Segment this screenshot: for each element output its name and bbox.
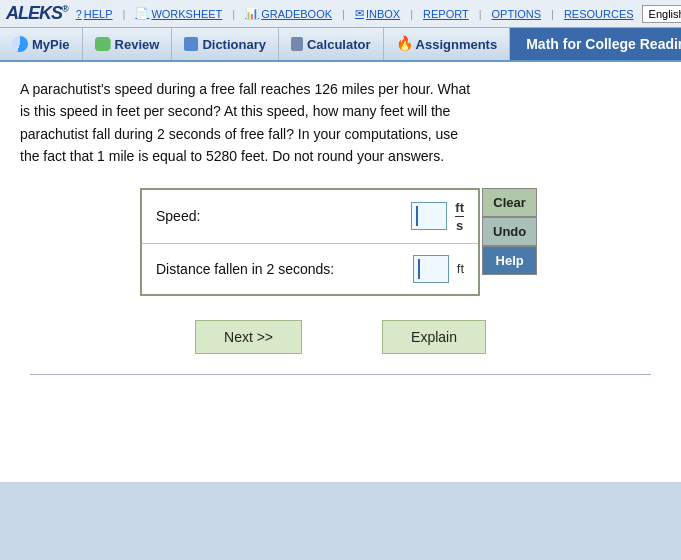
- cursor2: [418, 259, 420, 279]
- inbox-link[interactable]: ✉ INBOX: [355, 7, 400, 20]
- next-button[interactable]: Next >>: [195, 320, 302, 354]
- answer-table: Speed: ft s Distance fallen in 2 seconds…: [140, 188, 480, 296]
- resources-link[interactable]: RESOURCES: [564, 8, 634, 20]
- top-bar: ALEKS® ? HELP | 📄 WORKSHEET | 📊 GRADEBOO…: [0, 0, 681, 28]
- tab-calculator[interactable]: Calculator: [279, 28, 384, 60]
- divider: [30, 374, 651, 375]
- gradebook-link[interactable]: 📊 GRADEBOOK: [245, 7, 332, 20]
- aleks-logo: ALEKS®: [6, 3, 68, 24]
- distance-label: Distance fallen in 2 seconds:: [156, 261, 413, 277]
- course-title: Math for College Readiness: [510, 28, 681, 60]
- distance-input-area: ft: [413, 255, 464, 283]
- cursor: [416, 206, 418, 226]
- language-select[interactable]: English ▼: [642, 5, 681, 23]
- speed-input[interactable]: [411, 202, 447, 230]
- calc-icon: [291, 37, 303, 51]
- speed-input-area: ft s: [411, 200, 464, 233]
- dict-icon: [184, 37, 198, 51]
- doc-icon: 📄: [135, 7, 149, 20]
- inbox-icon: ✉: [355, 7, 364, 20]
- tab-assignments[interactable]: Assignments: [384, 28, 511, 60]
- tab-mypie[interactable]: MyPie: [0, 28, 83, 60]
- pie-icon: [12, 36, 28, 52]
- review-icon: [95, 37, 111, 51]
- speed-row: Speed: ft s: [142, 190, 478, 244]
- nav-tabs: MyPie Review Dictionary Calculator Assig…: [0, 28, 681, 62]
- clear-button[interactable]: Clear: [482, 188, 537, 217]
- bottom-buttons: Next >> Explain: [20, 320, 661, 354]
- worksheet-link[interactable]: 📄 WORKSHEET: [135, 7, 222, 20]
- top-links: ? HELP | 📄 WORKSHEET | 📊 GRADEBOOK | ✉ I…: [76, 7, 634, 20]
- options-link[interactable]: OPTIONS: [492, 8, 542, 20]
- main-content: A parachutist's speed during a free fall…: [0, 62, 681, 482]
- answer-section: Speed: ft s Distance fallen in 2 seconds…: [20, 188, 661, 296]
- help-link[interactable]: ? HELP: [76, 8, 113, 20]
- assign-icon: [396, 37, 412, 51]
- undo-button[interactable]: Undo: [482, 217, 537, 246]
- speed-unit: ft s: [455, 200, 464, 233]
- tab-dictionary[interactable]: Dictionary: [172, 28, 279, 60]
- help-button[interactable]: Help: [482, 246, 537, 275]
- help-icon: ?: [76, 8, 82, 20]
- tab-review[interactable]: Review: [83, 28, 173, 60]
- gradebook-icon: 📊: [245, 7, 259, 20]
- speed-label: Speed:: [156, 208, 411, 224]
- problem-text: A parachutist's speed during a free fall…: [20, 78, 480, 168]
- explain-button[interactable]: Explain: [382, 320, 486, 354]
- distance-row: Distance fallen in 2 seconds: ft: [142, 244, 478, 294]
- report-link[interactable]: REPORT: [423, 8, 469, 20]
- side-buttons: Clear Undo Help: [482, 188, 537, 275]
- distance-input[interactable]: [413, 255, 449, 283]
